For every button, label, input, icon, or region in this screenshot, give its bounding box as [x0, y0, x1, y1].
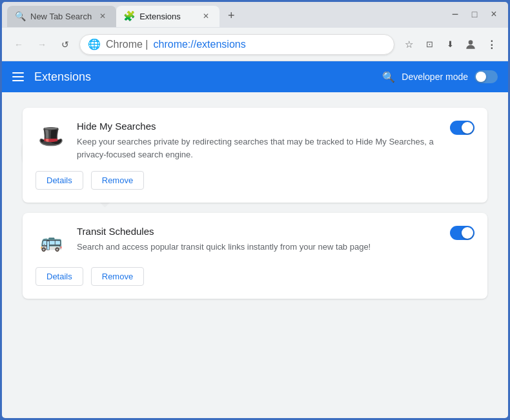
bus-icon: 🚌 — [40, 231, 63, 252]
browser-menu-button[interactable]: ⋮ — [482, 35, 500, 54]
extension-card-actions-2: Details Remove — [36, 267, 474, 286]
tab-search-icon: 🔍 — [15, 11, 25, 21]
remove-button-transit-schedules[interactable]: Remove — [91, 267, 144, 286]
tab-1-close[interactable]: ✕ — [97, 10, 108, 22]
developer-mode-label: Developer mode — [402, 72, 468, 82]
details-button-hide-my-searches[interactable]: Details — [36, 171, 83, 190]
hat-icon: 🎩 — [38, 124, 64, 148]
download-button[interactable]: ⬇ — [441, 35, 459, 54]
extension-name-2: Transit Schedules — [77, 226, 440, 237]
extension-description: Keep your searches private by redirectin… — [77, 135, 440, 161]
menu-hamburger[interactable] — [12, 72, 24, 81]
extension-toggle-transit-schedules[interactable] — [450, 226, 474, 240]
extension-description-2: Search and access popular transit quick … — [77, 241, 440, 254]
extension-card-transit-schedules: 🚌 Transit Schedules Search and access po… — [23, 213, 487, 299]
capture-button[interactable]: ⊡ — [420, 35, 438, 54]
extension-info-2: Transit Schedules Search and access popu… — [77, 226, 440, 254]
url-scheme-icon: 🌐 — [88, 38, 101, 50]
address-actions: ☆ ⊡ ⬇ ⋮ — [400, 35, 500, 54]
refresh-button[interactable]: ↺ — [56, 35, 74, 54]
developer-mode-area: 🔍 Developer mode — [382, 70, 498, 83]
browser-window: 🔍 New Tab Search ✕ 🧩 Extensions ✕ + − □ … — [0, 0, 510, 420]
developer-mode-toggle[interactable] — [474, 70, 498, 83]
maximize-button[interactable]: □ — [465, 5, 484, 23]
url-path: chrome://extensions — [154, 39, 246, 50]
new-tab-button[interactable]: + — [222, 7, 240, 25]
tab-extensions[interactable]: 🧩 Extensions ✕ — [116, 6, 219, 27]
forward-button[interactable]: → — [33, 35, 51, 54]
url-domain: Chrome | — [106, 39, 148, 50]
extension-icon-wrap: 🎩 — [36, 121, 66, 152]
back-button[interactable]: ← — [10, 35, 28, 54]
tab-new-tab-search[interactable]: 🔍 New Tab Search ✕ — [7, 6, 116, 27]
address-bar: ← → ↺ 🌐 Chrome | chrome://extensions ☆ ⊡… — [2, 28, 508, 61]
toggle-knob — [476, 72, 486, 82]
extension-name: Hide My Searches — [77, 121, 440, 132]
extension-card-actions: Details Remove — [36, 171, 474, 190]
extensions-search-icon[interactable]: 🔍 — [382, 71, 395, 83]
svg-point-0 — [469, 40, 473, 45]
remove-button-hide-my-searches[interactable]: Remove — [91, 171, 144, 190]
extension-toggle-knob-2 — [462, 227, 473, 239]
content-area: fiish.com 🎩 Hide My Searches Keep your s… — [2, 92, 508, 418]
minimize-button[interactable]: − — [446, 5, 464, 23]
tab-2-close[interactable]: ✕ — [200, 10, 212, 22]
extension-card-top-2: 🚌 Transit Schedules Search and access po… — [36, 226, 474, 257]
extension-card-hide-my-searches: 🎩 Hide My Searches Keep your searches pr… — [23, 108, 487, 203]
url-bar[interactable]: 🌐 Chrome | chrome://extensions — [79, 34, 394, 55]
bookmark-button[interactable]: ☆ — [400, 35, 418, 54]
tab-extensions-icon: 🧩 — [124, 11, 134, 21]
extension-icon-wrap-2: 🚌 — [36, 226, 66, 257]
extensions-title: Extensions — [34, 70, 372, 84]
close-button[interactable]: × — [485, 5, 503, 23]
extensions-header: Extensions 🔍 Developer mode — [2, 61, 508, 92]
tab-1-label: New Tab Search — [30, 12, 92, 21]
tab-2-label: Extensions — [139, 12, 195, 21]
extension-info: Hide My Searches Keep your searches priv… — [77, 121, 440, 161]
extension-toggle-hide-my-searches[interactable] — [450, 121, 474, 135]
details-button-transit-schedules[interactable]: Details — [36, 267, 83, 286]
extension-toggle-knob — [462, 122, 473, 134]
extension-card-top: 🎩 Hide My Searches Keep your searches pr… — [36, 121, 474, 161]
profile-button[interactable] — [462, 35, 480, 54]
